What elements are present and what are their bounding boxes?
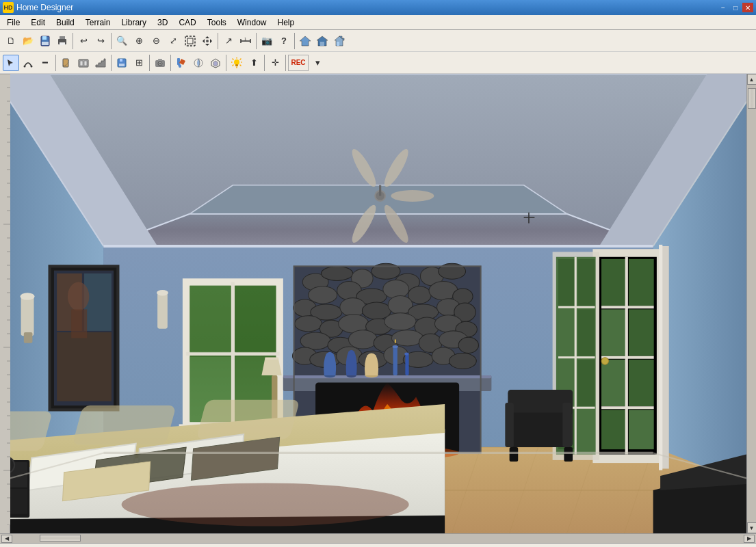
zoom-fit-button[interactable]: ⤢ <box>165 33 181 49</box>
hscroll-track[interactable] <box>12 534 744 543</box>
scroll-left-arrow[interactable]: ◀ <box>1 535 12 543</box>
select-button[interactable] <box>3 55 19 71</box>
menu-file[interactable]: File <box>1 15 25 29</box>
print-button[interactable] <box>54 33 70 49</box>
zoom-in-button[interactable]: ⊕ <box>131 33 147 49</box>
paint-button[interactable] <box>173 55 190 71</box>
svg-rect-228 <box>562 403 571 447</box>
house1-button[interactable] <box>297 33 313 49</box>
wall-button[interactable]: ━ <box>37 55 53 71</box>
svg-point-33 <box>234 59 239 65</box>
zoom-select-button[interactable] <box>182 33 198 49</box>
svg-rect-14 <box>337 42 339 46</box>
new-button[interactable]: 🗋 <box>3 33 19 49</box>
svg-point-217 <box>21 293 35 300</box>
menu-library[interactable]: Library <box>116 15 152 29</box>
zoom-out-button[interactable]: ⊖ <box>148 33 164 49</box>
svg-rect-13 <box>320 42 324 46</box>
menu-cad[interactable]: CAD <box>173 15 201 29</box>
window-controls: − □ ✕ <box>718 3 753 12</box>
svg-rect-181 <box>629 309 654 356</box>
arrow-up-button[interactable]: ⬆ <box>246 55 262 71</box>
svg-rect-4 <box>60 36 65 39</box>
svg-rect-196 <box>577 309 595 356</box>
svg-rect-23 <box>120 59 122 62</box>
svg-rect-111 <box>190 286 231 353</box>
house2-button[interactable] <box>314 33 330 49</box>
menu-terrain[interactable]: Terrain <box>80 15 116 29</box>
viewport[interactable] <box>10 74 746 533</box>
titlebar: HD Home Designer − □ ✕ <box>0 0 756 15</box>
arrow-button[interactable]: ↗ <box>220 33 237 49</box>
close-button[interactable]: ✕ <box>742 3 753 12</box>
open-button[interactable]: 📂 <box>20 33 36 49</box>
redo-button[interactable]: ↪ <box>92 33 109 49</box>
separator <box>73 33 73 49</box>
svg-rect-184 <box>601 410 627 449</box>
svg-point-27 <box>159 62 161 64</box>
svg-point-190 <box>601 358 609 365</box>
svg-rect-7 <box>187 38 193 44</box>
menu-window[interactable]: Window <box>232 15 272 29</box>
texture-button[interactable] <box>207 55 224 71</box>
house3-button[interactable] <box>331 33 348 49</box>
svg-text:1: 1 <box>244 37 247 41</box>
svg-rect-5 <box>60 42 65 45</box>
svg-rect-167 <box>393 347 397 375</box>
minimize-button[interactable]: − <box>718 3 729 12</box>
help-button[interactable]: ? <box>276 33 292 49</box>
camera-button[interactable]: 📷 <box>259 33 275 49</box>
rec-button[interactable]: REC <box>288 55 309 71</box>
svg-rect-219 <box>157 293 168 329</box>
camera3-button[interactable] <box>152 55 168 71</box>
menu-edit[interactable]: Edit <box>25 15 51 29</box>
scrollbar-right[interactable]: ▲ ▼ <box>746 74 756 533</box>
scroll-right-arrow[interactable]: ▶ <box>744 535 755 543</box>
svg-marker-32 <box>213 61 218 66</box>
svg-point-150 <box>391 330 423 346</box>
scroll-up-arrow[interactable]: ▲ <box>747 74 757 85</box>
menu-tools[interactable]: Tools <box>202 15 232 29</box>
door-button[interactable] <box>58 55 75 71</box>
material-button[interactable] <box>190 55 207 71</box>
svg-rect-178 <box>601 259 627 306</box>
separator <box>264 55 265 71</box>
svg-point-213 <box>68 282 90 311</box>
scrollbar-bottom[interactable]: ◀ ▶ <box>0 533 756 543</box>
menu-help[interactable]: Help <box>272 15 300 29</box>
svg-rect-182 <box>601 360 627 406</box>
maximize-button[interactable]: □ <box>730 3 741 12</box>
menu-build[interactable]: Build <box>51 15 80 29</box>
svg-rect-206 <box>659 245 662 470</box>
scroll-down-arrow[interactable]: ▼ <box>747 522 757 533</box>
move-button[interactable]: ✛ <box>267 55 283 71</box>
undo-button[interactable]: ↩ <box>75 33 92 49</box>
svg-rect-237 <box>196 400 300 440</box>
svg-rect-229 <box>510 447 519 462</box>
scroll-track[interactable] <box>747 85 756 522</box>
app-icon: HD <box>3 2 14 13</box>
arc-button[interactable] <box>20 55 36 71</box>
svg-point-148 <box>348 330 377 349</box>
light-button[interactable] <box>229 55 245 71</box>
scroll-thumb[interactable] <box>748 88 756 109</box>
rec-dropdown[interactable]: ▾ <box>309 55 326 71</box>
zoom-glass-button[interactable]: 🔍 <box>114 33 130 49</box>
svg-point-142 <box>384 313 416 330</box>
save2-button[interactable] <box>114 55 130 71</box>
svg-rect-35 <box>0 74 10 525</box>
hscroll-thumb[interactable] <box>40 535 81 542</box>
grid-button[interactable]: ⊞ <box>131 55 147 71</box>
svg-rect-236 <box>73 405 177 445</box>
measure-button[interactable]: 1 <box>237 33 254 49</box>
svg-point-146 <box>300 332 330 349</box>
separator <box>170 55 171 71</box>
svg-rect-6 <box>185 36 195 46</box>
stairs-button[interactable] <box>92 55 109 71</box>
svg-rect-214 <box>71 309 87 338</box>
cabinet-button[interactable] <box>75 55 92 71</box>
pan-button[interactable] <box>199 33 216 49</box>
save-button[interactable] <box>37 33 53 49</box>
svg-rect-163 <box>283 375 492 378</box>
menu-3d[interactable]: 3D <box>152 15 173 29</box>
